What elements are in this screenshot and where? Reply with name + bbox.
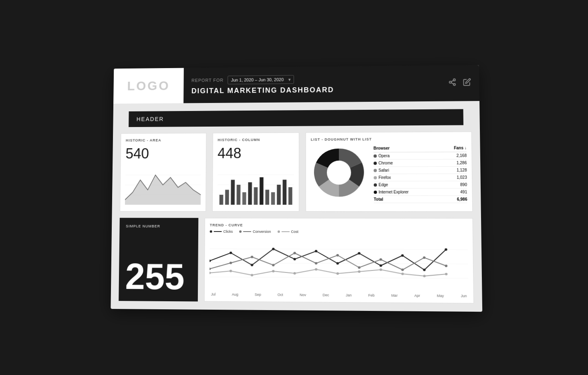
browser-name: Safari xyxy=(374,167,442,174)
browser-dot xyxy=(374,162,377,165)
svg-rect-16 xyxy=(248,182,252,205)
trend-curve-title: TREND - CURVE xyxy=(210,223,468,228)
x-axis-label: Sep xyxy=(255,292,261,296)
browser-dot xyxy=(374,183,377,187)
svg-point-52 xyxy=(209,272,211,274)
logo: LOGO xyxy=(127,79,170,93)
svg-point-60 xyxy=(380,268,383,271)
simple-number-card: SIMPLE NUMBER 255 xyxy=(119,218,198,302)
fans-col-header: Fans ↓ xyxy=(442,144,467,152)
browser-name: Internet Explorer xyxy=(374,188,442,196)
table-row: Safari 1,128 xyxy=(374,166,467,174)
svg-rect-23 xyxy=(288,187,292,205)
svg-point-57 xyxy=(315,268,317,270)
x-axis-label: May xyxy=(437,294,444,298)
date-dropdown-wrapper[interactable]: Jun 1, 2020 – Jun 30, 2020 ▼ xyxy=(228,75,294,84)
svg-line-3 xyxy=(451,83,453,84)
svg-line-27 xyxy=(209,277,468,278)
svg-rect-13 xyxy=(231,180,235,205)
cost-legend-label: Cost xyxy=(291,230,299,234)
svg-point-41 xyxy=(230,262,232,264)
svg-point-35 xyxy=(358,252,360,254)
svg-point-59 xyxy=(358,270,361,273)
edit-button[interactable] xyxy=(463,78,471,88)
svg-rect-14 xyxy=(236,185,240,205)
report-for-row: REPORT FOR Jun 1, 2020 – Jun 30, 2020 ▼ xyxy=(191,73,471,85)
svg-point-42 xyxy=(251,256,253,258)
browser-fans: 1,023 xyxy=(442,174,467,181)
logo-area: LOGO xyxy=(113,68,184,104)
svg-point-24 xyxy=(327,161,351,185)
svg-point-46 xyxy=(336,254,339,256)
svg-point-33 xyxy=(315,250,317,252)
clicks-legend-line xyxy=(214,231,222,232)
legend-conversion: Conversion xyxy=(239,230,271,234)
svg-point-40 xyxy=(209,268,211,270)
section-header-label: HEADER xyxy=(137,116,164,122)
trend-curve-card: TREND - CURVE Clicks Conversion xyxy=(204,218,474,303)
browser-fans: 2,168 xyxy=(442,152,467,159)
browser-dot xyxy=(374,155,377,158)
conversion-legend-line xyxy=(243,231,251,232)
x-axis-labels: JulAugSepOctNovDecJanFebMarAprMayJun xyxy=(209,292,469,298)
svg-line-25 xyxy=(209,249,468,250)
table-row: Firefox 1,023 xyxy=(374,174,467,181)
simple-number-title: SIMPLE NUMBER xyxy=(126,224,192,228)
trend-curve-svg xyxy=(209,237,468,291)
doughnut-svg-wrap xyxy=(311,145,367,202)
report-for-label: REPORT FOR xyxy=(191,78,224,83)
browser-name: Firefox xyxy=(374,174,442,181)
doughnut-content: Browser Fans ↓ Opera 2,168 Chrom xyxy=(311,144,467,207)
total-label: Total xyxy=(374,196,442,203)
svg-rect-19 xyxy=(265,190,269,205)
area-chart-svg xyxy=(125,165,201,205)
doughnut-table: Browser Fans ↓ Opera 2,168 Chrom xyxy=(373,144,467,203)
dashboard-container: LOGO REPORT FOR Jun 1, 2020 – Jun 30, 20… xyxy=(111,65,482,312)
svg-point-47 xyxy=(358,266,361,269)
svg-point-43 xyxy=(272,264,274,266)
svg-point-29 xyxy=(230,252,232,254)
date-range-select[interactable]: Jun 1, 2020 – Jun 30, 2020 xyxy=(228,75,294,84)
browser-col-header: Browser xyxy=(373,144,441,152)
browser-dot xyxy=(374,176,377,179)
svg-point-51 xyxy=(445,265,448,267)
header-bar: LOGO REPORT FOR Jun 1, 2020 – Jun 30, 20… xyxy=(113,65,479,104)
conversion-legend-label: Conversion xyxy=(253,230,271,234)
chart-doughnut-title: LIST - DOUGHNUT WITH LIST xyxy=(311,137,467,141)
svg-rect-17 xyxy=(254,187,258,205)
svg-point-31 xyxy=(272,248,274,250)
svg-point-53 xyxy=(230,270,232,272)
svg-point-2 xyxy=(453,83,455,85)
svg-point-62 xyxy=(423,275,426,277)
svg-point-0 xyxy=(453,79,455,81)
legend-cost: Cost xyxy=(277,230,298,234)
svg-line-4 xyxy=(451,81,453,82)
browser-fans: 491 xyxy=(442,188,467,196)
table-row: Opera 2,168 xyxy=(374,152,467,159)
legend-clicks: Clicks xyxy=(210,230,233,234)
share-icon xyxy=(448,78,457,86)
svg-point-58 xyxy=(336,272,339,275)
svg-point-1 xyxy=(449,81,451,83)
x-axis-label: Mar xyxy=(391,293,398,297)
svg-rect-22 xyxy=(282,180,286,205)
main-content: HEADER HISTORIC - AREA 540 xyxy=(111,109,482,312)
x-axis-label: Feb xyxy=(368,293,375,297)
clicks-legend-label: Clicks xyxy=(223,230,233,234)
column-chart-svg xyxy=(217,165,294,205)
svg-rect-11 xyxy=(219,195,223,205)
share-button[interactable] xyxy=(448,78,457,88)
x-axis-label: Apr xyxy=(414,294,420,298)
x-axis-label: Nov xyxy=(300,293,306,297)
chart-column-card: HISTORIC - COLUMN 448 xyxy=(212,133,299,212)
dashboard-title: DIGITAL MARKETING DASHBOARD xyxy=(191,85,471,95)
clicks-legend-dot xyxy=(210,230,212,233)
charts-row-1: HISTORIC - AREA 540 HISTORIC - COLUMN 44… xyxy=(120,131,473,212)
svg-point-63 xyxy=(445,273,448,275)
svg-point-34 xyxy=(336,262,339,264)
browser-name: Edge xyxy=(374,181,442,188)
header-icons xyxy=(448,78,471,88)
edit-icon xyxy=(463,78,471,86)
x-axis-label: Jun xyxy=(461,294,467,298)
x-axis-label: Dec xyxy=(322,293,329,297)
